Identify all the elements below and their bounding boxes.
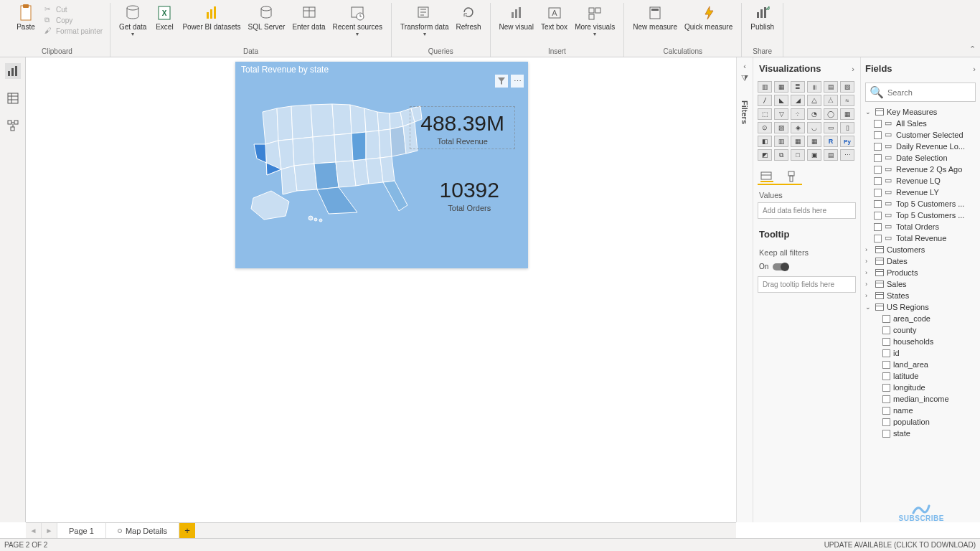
sql-button[interactable]: SQL Server [245, 3, 288, 47]
viz-clustered-col[interactable]: ⫼ [807, 81, 821, 93]
field-revenue-ly[interactable]: ▭Revenue LY [864, 187, 977, 198]
viz-key-inf[interactable]: ◩ [758, 149, 772, 161]
viz-matrix[interactable]: ▦ [807, 136, 821, 147]
checkbox[interactable] [874, 189, 882, 197]
report-canvas[interactable]: Total Revenue by state ⋯ [26, 57, 736, 522]
refresh-button[interactable]: Refresh [453, 3, 484, 47]
values-well[interactable]: Add data fields here [758, 202, 856, 219]
viz-line[interactable]: 〳 [758, 95, 772, 106]
viz-map[interactable]: ⊙ [758, 122, 772, 133]
viz-treemap[interactable]: ▦ [840, 108, 854, 120]
viz-donut[interactable]: ◯ [824, 108, 838, 120]
quick-measure-button[interactable]: Quick measure [682, 3, 735, 47]
field-state[interactable]: state [864, 428, 977, 439]
checkbox[interactable] [882, 338, 890, 346]
visual-filter-icon[interactable] [495, 75, 508, 88]
viz-waterfall[interactable]: ⬚ [758, 108, 772, 120]
checkbox[interactable] [882, 372, 890, 380]
field-land-area[interactable]: land_area [864, 359, 977, 370]
field-latitude[interactable]: latitude [864, 370, 977, 382]
viz-shape-map[interactable]: ◈ [791, 122, 805, 133]
data-view-button[interactable] [5, 90, 21, 106]
field-total-orders[interactable]: ▭Total Orders [864, 221, 977, 232]
viz-py[interactable]: Py [840, 136, 854, 147]
viz-kpi[interactable]: ◧ [758, 136, 772, 147]
format-painter-button[interactable]: 🖌Format painter [43, 26, 104, 36]
field-area-code[interactable]: area_code [864, 313, 977, 324]
collapse-ribbon-button[interactable]: ⌃ [969, 44, 976, 54]
checkbox[interactable] [874, 143, 882, 151]
field-id[interactable]: id [864, 347, 977, 359]
field-longitude[interactable]: longitude [864, 382, 977, 393]
orders-card[interactable]: 10392 Total Orders [440, 178, 499, 212]
field-top-5-customers-[interactable]: ▭Top 5 Customers ... [864, 209, 977, 221]
viz-100-col[interactable]: ▧ [840, 81, 854, 93]
collapse-vis-button[interactable]: › [852, 65, 854, 73]
checkbox[interactable] [882, 430, 890, 438]
keep-filters-toggle[interactable] [773, 263, 788, 270]
fields-tab-icon[interactable] [760, 171, 773, 182]
field-households[interactable]: households [864, 336, 977, 347]
checkbox[interactable] [882, 326, 890, 334]
checkbox[interactable] [874, 120, 882, 128]
viz-stacked-area[interactable]: ◢ [791, 95, 805, 106]
viz-line-col[interactable]: ⧋ [807, 95, 821, 106]
field-customer-selected[interactable]: ▭Customer Selected [864, 129, 977, 141]
enter-data-button[interactable]: Enter data [289, 3, 328, 47]
search-input[interactable] [887, 88, 980, 97]
model-view-button[interactable] [5, 118, 21, 133]
viz-r[interactable]: R [824, 136, 838, 147]
checkbox[interactable] [882, 418, 890, 426]
viz-filled-map[interactable]: ▨ [774, 122, 788, 133]
paste-button[interactable]: Paste [10, 3, 42, 47]
viz-100-bar[interactable]: ▤ [824, 81, 838, 93]
field-daily-revenue-lo-[interactable]: ▭Daily Revenue Lo... [864, 141, 977, 152]
viz-decomp[interactable]: ⧉ [774, 149, 788, 161]
new-visual-button[interactable]: New visual [496, 3, 537, 47]
field-total-revenue[interactable]: ▭Total Revenue [864, 232, 977, 244]
table-products[interactable]: ›Products [864, 267, 977, 278]
checkbox[interactable] [882, 384, 890, 392]
viz-narrative[interactable]: ▣ [807, 149, 821, 161]
table-key-measures[interactable]: ⌄Key Measures [864, 106, 977, 118]
table-sales[interactable]: ›Sales [864, 278, 977, 290]
table-states[interactable]: ›States [864, 290, 977, 301]
transform-data-button[interactable]: Transform data▾ [397, 3, 451, 47]
checkbox[interactable] [882, 315, 890, 323]
expand-filters-button[interactable]: ‹ [737, 57, 753, 70]
revenue-card[interactable]: 488.39M Total Revenue [410, 106, 515, 149]
field-revenue-lq[interactable]: ▭Revenue LQ [864, 175, 977, 187]
field-date-selection[interactable]: ▭Date Selection [864, 152, 977, 164]
viz-gauge[interactable]: ◡ [807, 122, 821, 133]
publish-button[interactable]: Publish [748, 3, 777, 47]
table-us-regions[interactable]: ⌄US Regions [864, 301, 977, 313]
viz-stacked-bar[interactable]: ▥ [758, 81, 772, 93]
pbi-datasets-button[interactable]: Power BI datasets [179, 3, 243, 47]
field-top-5-customers-[interactable]: ▭Top 5 Customers ... [864, 198, 977, 209]
checkbox[interactable] [874, 223, 882, 231]
fields-search[interactable]: 🔍 [865, 83, 976, 102]
prev-page-button[interactable]: ◄ [26, 523, 42, 538]
visual-more-icon[interactable]: ⋯ [511, 75, 524, 88]
field-population[interactable]: population [864, 416, 977, 428]
viz-pie[interactable]: ◔ [807, 108, 821, 120]
checkbox[interactable] [874, 177, 882, 185]
collapse-fields-button[interactable]: › [973, 65, 976, 73]
viz-stacked-col[interactable]: ▦ [774, 81, 788, 93]
text-box-button[interactable]: AText box [538, 3, 570, 47]
recent-sources-button[interactable]: Recent sources▾ [330, 3, 385, 47]
viz-ribbon[interactable]: ≈ [840, 95, 854, 106]
add-page-button[interactable]: + [179, 523, 195, 538]
tab-page1[interactable]: Page 1 [57, 523, 106, 538]
viz-multi-card[interactable]: ▯ [840, 122, 854, 133]
viz-slicer[interactable]: ▥ [774, 136, 788, 147]
field-median-income[interactable]: median_income [864, 393, 977, 405]
checkbox[interactable] [882, 361, 890, 369]
more-visuals-button[interactable]: More visuals▾ [572, 3, 618, 47]
table-customers[interactable]: ›Customers [864, 244, 977, 255]
tab-map-details[interactable]: Map Details [106, 523, 179, 538]
viz-more[interactable]: ⋯ [840, 149, 854, 161]
new-measure-button[interactable]: New measure [630, 3, 680, 47]
field-name[interactable]: name [864, 405, 977, 416]
checkbox[interactable] [874, 166, 882, 174]
